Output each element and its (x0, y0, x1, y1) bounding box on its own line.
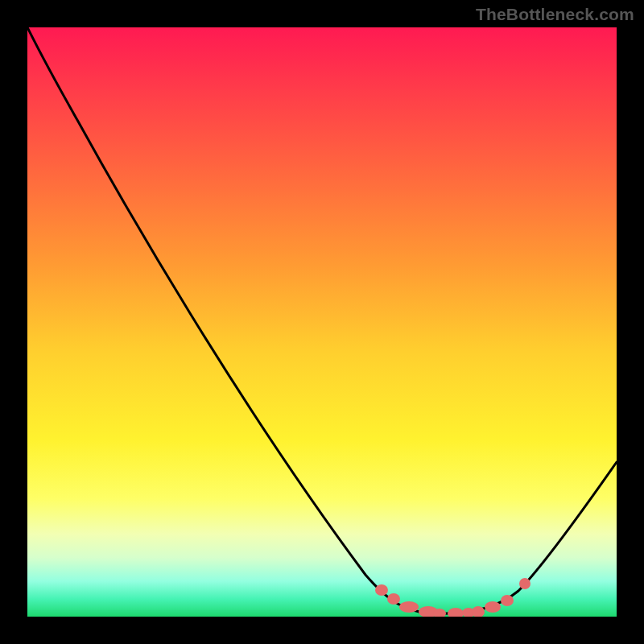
plot-area (27, 27, 617, 617)
watermark-text: TheBottleneck.com (476, 5, 634, 24)
curve-svg (27, 27, 617, 617)
svg-point-10 (519, 578, 530, 589)
svg-point-0 (375, 584, 388, 596)
datapoint-cluster (375, 578, 530, 617)
svg-point-2 (399, 601, 419, 613)
svg-point-8 (485, 601, 501, 613)
chart-container: TheBottleneck.com (0, 0, 644, 644)
svg-point-5 (448, 608, 464, 617)
bottleneck-curve (27, 27, 617, 613)
svg-point-1 (387, 593, 400, 605)
svg-point-9 (501, 595, 514, 606)
